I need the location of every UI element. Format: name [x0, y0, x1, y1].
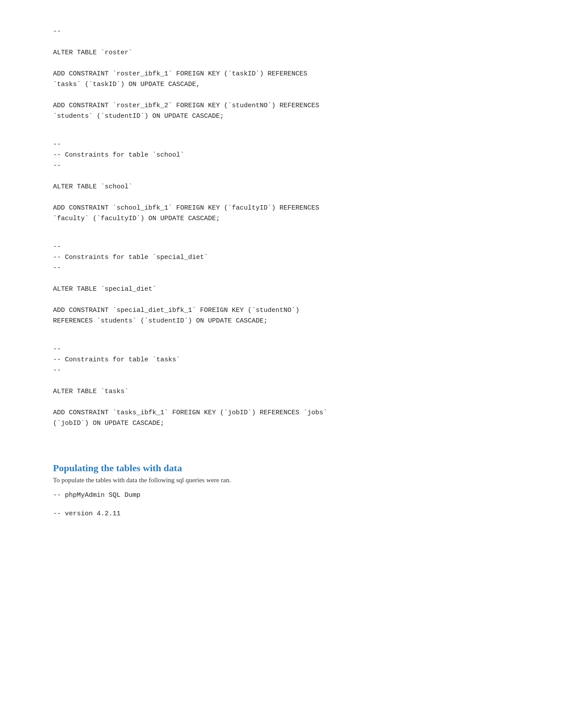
code-block-special-diet: -- -- Constraints for table `special_die… [53, 242, 510, 326]
code-block-roster: -- ALTER TABLE `roster` ADD CONSTRAINT `… [53, 26, 510, 122]
code-block-version: -- version 4.2.11 [53, 509, 510, 519]
section-heading-populate: Populating the tables with data [53, 462, 510, 474]
section-description-populate: To populate the tables with data the fol… [53, 477, 510, 484]
code-block-tasks: -- -- Constraints for table `tasks` -- A… [53, 344, 510, 429]
code-block-school: -- -- Constraints for table `school` -- … [53, 139, 510, 224]
code-block-phpmyadmin: -- phpMyAdmin SQL Dump [53, 490, 510, 501]
